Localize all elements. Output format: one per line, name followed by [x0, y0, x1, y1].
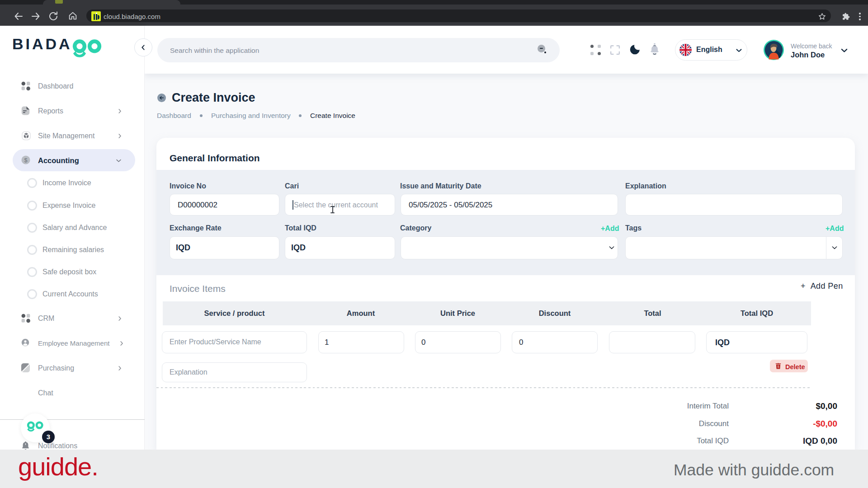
svg-text:$: $ — [24, 157, 27, 164]
